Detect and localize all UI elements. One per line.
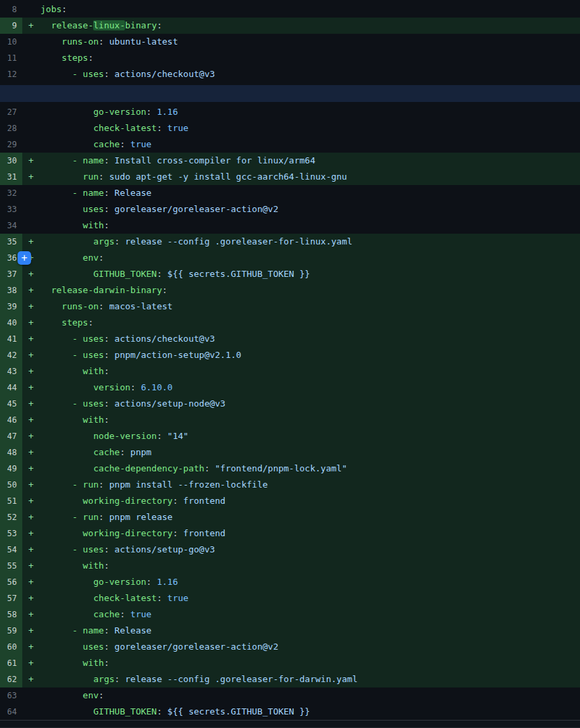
line-number[interactable]: 42 bbox=[0, 347, 22, 363]
diff-marker: + bbox=[22, 298, 41, 315]
diff-line-12: 12 - uses: actions/checkout@v3 bbox=[0, 66, 580, 82]
diff-line-44: 44+ version: 6.10.0 bbox=[0, 380, 580, 396]
line-number[interactable]: 47 bbox=[0, 428, 22, 444]
code-segment: frontend bbox=[178, 528, 226, 538]
code-segment: goreleaser/goreleaser-action@v2 bbox=[109, 204, 278, 214]
line-number[interactable]: 46 bbox=[0, 412, 22, 428]
diff-line-37: 37+ GITHUB_TOKEN: ${{ secrets.GITHUB_TOK… bbox=[0, 266, 580, 282]
line-number[interactable]: 37 bbox=[0, 266, 22, 282]
diff-marker: + bbox=[22, 477, 41, 493]
line-number[interactable]: 43 bbox=[0, 363, 22, 380]
code-line: steps: bbox=[41, 315, 93, 331]
code-segment: release- bbox=[41, 20, 93, 30]
code-line: - name: Release bbox=[41, 185, 151, 201]
code-segment: : bbox=[99, 36, 104, 47]
diff-line-50: 50+ - run: pnpm install --frozen-lockfil… bbox=[0, 477, 580, 493]
line-number[interactable]: 27 bbox=[0, 104, 22, 120]
diff-marker: + bbox=[22, 444, 41, 461]
line-number[interactable]: 10 bbox=[0, 34, 22, 50]
code-segment: : bbox=[104, 642, 109, 652]
diff-marker: + bbox=[22, 509, 41, 525]
line-number[interactable]: 54 bbox=[0, 542, 22, 558]
code-line: uses: goreleaser/goreleaser-action@v2 bbox=[41, 201, 278, 217]
code-line: jobs: bbox=[41, 1, 67, 18]
line-number[interactable]: 63 bbox=[0, 687, 22, 704]
line-number[interactable]: 44 bbox=[0, 380, 22, 396]
line-number[interactable]: 62 bbox=[0, 671, 22, 687]
code-segment: GITHUB_TOKEN bbox=[41, 269, 157, 279]
line-number[interactable]: 60 bbox=[0, 639, 22, 655]
code-segment: : bbox=[104, 544, 109, 554]
line-number[interactable]: 8 bbox=[0, 1, 22, 18]
line-number[interactable]: 49 bbox=[0, 461, 22, 477]
line-number[interactable]: 61 bbox=[0, 655, 22, 671]
diff-marker: + bbox=[22, 655, 41, 671]
line-number[interactable]: 41 bbox=[0, 331, 22, 347]
line-number[interactable]: 58 bbox=[0, 606, 22, 623]
line-number[interactable]: 12 bbox=[0, 66, 22, 82]
line-number[interactable]: 39 bbox=[0, 298, 22, 315]
code-segment: runs-on bbox=[41, 36, 99, 47]
code-line: cache: pnpm bbox=[41, 444, 151, 461]
code-segment: 1.16 bbox=[151, 107, 178, 117]
line-number[interactable]: 56 bbox=[0, 574, 22, 590]
code-line: check-latest: true bbox=[41, 590, 188, 606]
diff-marker: + bbox=[22, 234, 41, 250]
code-segment: : bbox=[157, 593, 162, 603]
line-number[interactable]: 57 bbox=[0, 590, 22, 606]
code-segment: : bbox=[104, 350, 109, 360]
code-line: cache: true bbox=[41, 136, 151, 153]
code-segment: : bbox=[104, 188, 109, 198]
line-number[interactable]: 52 bbox=[0, 509, 22, 525]
code-line: - uses: actions/setup-node@v3 bbox=[41, 396, 226, 412]
diff-line-38: 38+ release-darwin-binary: bbox=[0, 282, 580, 298]
line-number[interactable]: 35 bbox=[0, 234, 22, 250]
line-number[interactable]: 50 bbox=[0, 477, 22, 493]
diff-marker: + bbox=[22, 412, 41, 428]
line-number[interactable]: 34 bbox=[0, 217, 22, 234]
code-segment: : bbox=[61, 4, 67, 14]
diff-line-51: 51+ working-directory: frontend bbox=[0, 493, 580, 509]
diff-marker: + bbox=[22, 542, 41, 558]
code-segment: version bbox=[41, 382, 130, 392]
diff-expand-region[interactable] bbox=[0, 85, 580, 102]
line-number[interactable]: 9 bbox=[0, 18, 22, 34]
diff-line-11: 11 steps: bbox=[0, 50, 580, 66]
line-number[interactable]: 59 bbox=[0, 623, 22, 639]
line-number[interactable]: 11 bbox=[0, 50, 22, 66]
diff-marker bbox=[22, 704, 41, 720]
line-number[interactable]: 53 bbox=[0, 525, 22, 542]
line-number[interactable]: 55 bbox=[0, 558, 22, 574]
code-segment: with bbox=[41, 220, 104, 230]
line-number[interactable]: 64 bbox=[0, 704, 22, 720]
line-number[interactable]: 51 bbox=[0, 493, 22, 509]
code-segment: sudo apt-get -y install gcc-aarch64-linu… bbox=[104, 172, 347, 182]
line-number[interactable]: 45 bbox=[0, 396, 22, 412]
diff-line-43: 43+ with: bbox=[0, 363, 580, 380]
code-line: env: bbox=[41, 250, 104, 266]
word-diff-highlight: linux- bbox=[93, 20, 125, 30]
line-number[interactable]: 29 bbox=[0, 136, 22, 153]
diff-marker: + bbox=[22, 153, 41, 169]
diff-marker: + bbox=[22, 266, 41, 282]
line-number[interactable]: 38 bbox=[0, 282, 22, 298]
code-segment: actions/checkout@v3 bbox=[109, 69, 215, 79]
code-segment: : bbox=[104, 334, 109, 344]
line-number[interactable]: 30 bbox=[0, 153, 22, 169]
line-number[interactable]: 31 bbox=[0, 169, 22, 185]
add-comment-button[interactable]: + bbox=[18, 251, 31, 265]
line-number[interactable]: 48 bbox=[0, 444, 22, 461]
diff-line-10: 10 runs-on: ubuntu-latest bbox=[0, 34, 580, 50]
code-segment: - uses bbox=[41, 350, 104, 360]
line-number[interactable]: 28 bbox=[0, 120, 22, 136]
code-segment: pnpm bbox=[125, 447, 151, 457]
code-line: env: bbox=[41, 687, 104, 704]
diff-marker bbox=[22, 185, 41, 201]
code-line: working-directory: frontend bbox=[41, 493, 226, 509]
code-segment: actions/checkout@v3 bbox=[109, 334, 215, 344]
line-number[interactable]: 33 bbox=[0, 201, 22, 217]
code-segment: : bbox=[104, 69, 109, 79]
line-number[interactable]: 32 bbox=[0, 185, 22, 201]
code-segment: env bbox=[41, 690, 99, 700]
line-number[interactable]: 40 bbox=[0, 315, 22, 331]
